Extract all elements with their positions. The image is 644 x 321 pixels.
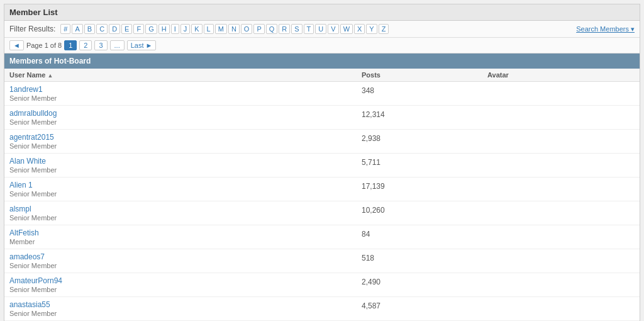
table-row: alsmpl Senior Member 10,260	[4, 201, 640, 225]
member-posts: 5,711	[362, 157, 487, 167]
member-posts: 84	[362, 228, 487, 239]
member-name-link[interactable]: AmateurPorn94	[9, 276, 62, 285]
member-rank: Senior Member	[9, 166, 362, 174]
letter-btn-x[interactable]: X	[354, 24, 365, 34]
search-members-link[interactable]: Search Members ▾	[576, 25, 635, 33]
member-name-cell: Alan White Senior Member	[9, 157, 362, 174]
member-posts: 17,139	[362, 181, 487, 191]
member-name-link[interactable]: amadeos7	[9, 252, 45, 261]
table-row: AltFetish Member 84	[4, 225, 640, 249]
table-row: 1andrew1 Senior Member 348	[4, 82, 640, 106]
member-rank: Senior Member	[9, 94, 362, 102]
letter-btn-l[interactable]: L	[204, 24, 214, 34]
member-rank: Senior Member	[9, 262, 362, 269]
letter-btn-d[interactable]: D	[109, 24, 120, 34]
page-2-button[interactable]: 2	[79, 40, 92, 50]
member-rank: Member	[9, 238, 362, 245]
column-username[interactable]: User Name ▲	[9, 71, 362, 79]
letter-btn-j[interactable]: J	[180, 24, 191, 34]
letter-btn-p[interactable]: P	[253, 24, 264, 34]
sort-arrow-username: ▲	[48, 72, 53, 79]
member-posts: 348	[362, 85, 487, 95]
member-name-cell: agentrat2015 Senior Member	[9, 133, 362, 150]
letter-btn-a[interactable]: A	[72, 24, 82, 34]
column-avatar: Avatar	[487, 71, 635, 79]
member-posts: 12,314	[362, 109, 487, 119]
letter-btn-w[interactable]: W	[340, 24, 353, 34]
letter-btn-e[interactable]: E	[121, 24, 132, 34]
letter-btn-c[interactable]: C	[96, 24, 108, 34]
letter-filter-group: #ABCDEFGHIJKLMNOPQRSTUVWXYZ	[60, 24, 389, 34]
page-3-button[interactable]: 3	[94, 40, 107, 50]
page-wrapper: Member List Filter Results: #ABCDEFGHIJK…	[4, 4, 640, 321]
table-row: admralbulldog Senior Member 12,314	[4, 106, 640, 130]
section-header: Members of Hot-Board	[4, 54, 640, 69]
member-name-cell: amadeos7 Senior Member	[9, 252, 362, 269]
letter-btn-m[interactable]: M	[215, 24, 227, 34]
member-name-cell: admralbulldog Senior Member	[9, 109, 362, 126]
letter-btn-y[interactable]: Y	[366, 24, 377, 34]
member-posts: 2,938	[362, 133, 487, 143]
page-ellipsis: ...	[110, 40, 125, 50]
member-name-link[interactable]: 1andrew1	[9, 85, 43, 94]
table-row: anastasia55 Senior Member 4,587	[4, 297, 640, 321]
member-posts: 2,490	[362, 276, 487, 286]
member-name-link[interactable]: alsmpl	[9, 205, 31, 213]
table-row: amadeos7 Senior Member 518	[4, 249, 640, 273]
member-rank: Senior Member	[9, 214, 362, 222]
letter-btn-g[interactable]: G	[145, 24, 157, 34]
letter-btn-h[interactable]: H	[158, 24, 170, 34]
table-row: Alan White Senior Member 5,711	[4, 154, 640, 177]
member-rank: Senior Member	[9, 286, 362, 293]
letter-btn-v[interactable]: V	[328, 24, 338, 34]
page-1-button[interactable]: 1	[64, 40, 77, 50]
member-posts: 518	[362, 252, 487, 262]
letter-btn-u[interactable]: U	[315, 24, 326, 34]
prev-page-button[interactable]: ◄	[9, 40, 24, 50]
pagination-bar: ◄ Page 1 of 8 1 2 3 ... Last ►	[4, 38, 640, 54]
table-row: AmateurPorn94 Senior Member 2,490	[4, 273, 640, 297]
letter-btn-#[interactable]: #	[60, 24, 70, 34]
page-info: Page 1 of 8	[26, 42, 62, 49]
letter-btn-k[interactable]: K	[191, 24, 202, 34]
filter-toolbar: Filter Results: #ABCDEFGHIJKLMNOPQRSTUVW…	[4, 21, 640, 38]
member-posts: 10,260	[362, 205, 487, 215]
member-name-link[interactable]: Alan White	[9, 157, 46, 166]
member-name-cell: 1andrew1 Senior Member	[9, 85, 362, 102]
column-posts: Posts	[362, 71, 487, 79]
member-rank: Senior Member	[9, 142, 362, 150]
member-name-link[interactable]: AltFetish	[9, 228, 39, 237]
letter-btn-n[interactable]: N	[228, 24, 240, 34]
letter-btn-i[interactable]: I	[171, 24, 179, 34]
member-rank: Senior Member	[9, 118, 362, 126]
member-rank: Senior Member	[9, 310, 362, 317]
letter-btn-b[interactable]: B	[84, 24, 95, 34]
members-list: 1andrew1 Senior Member 348 admralbulldog…	[4, 82, 640, 321]
member-name-cell: AltFetish Member	[9, 228, 362, 245]
member-name-cell: AmateurPorn94 Senior Member	[9, 276, 362, 293]
table-row: Alien 1 Senior Member 17,139	[4, 177, 640, 201]
letter-btn-q[interactable]: Q	[266, 24, 278, 34]
member-name-link[interactable]: agentrat2015	[9, 133, 54, 142]
member-name-link[interactable]: admralbulldog	[9, 109, 57, 118]
last-page-button[interactable]: Last ►	[127, 40, 157, 50]
letter-btn-o[interactable]: O	[241, 24, 253, 34]
member-rank: Senior Member	[9, 190, 362, 198]
letter-btn-t[interactable]: T	[304, 24, 314, 34]
table-header: User Name ▲ Posts Avatar	[4, 69, 640, 82]
member-posts: 4,587	[362, 300, 487, 310]
member-name-cell: alsmpl Senior Member	[9, 205, 362, 222]
table-row: agentrat2015 Senior Member 2,938	[4, 130, 640, 154]
letter-btn-s[interactable]: S	[291, 24, 302, 34]
letter-btn-f[interactable]: F	[133, 24, 144, 34]
letter-btn-r[interactable]: R	[279, 24, 290, 34]
letter-btn-z[interactable]: Z	[379, 24, 389, 34]
member-name-link[interactable]: Alien 1	[9, 181, 33, 189]
member-name-cell: anastasia55 Senior Member	[9, 300, 362, 317]
member-name-cell: Alien 1 Senior Member	[9, 181, 362, 198]
filter-label: Filter Results:	[9, 25, 55, 33]
page-title: Member List	[4, 4, 640, 21]
member-name-link[interactable]: anastasia55	[9, 300, 50, 309]
